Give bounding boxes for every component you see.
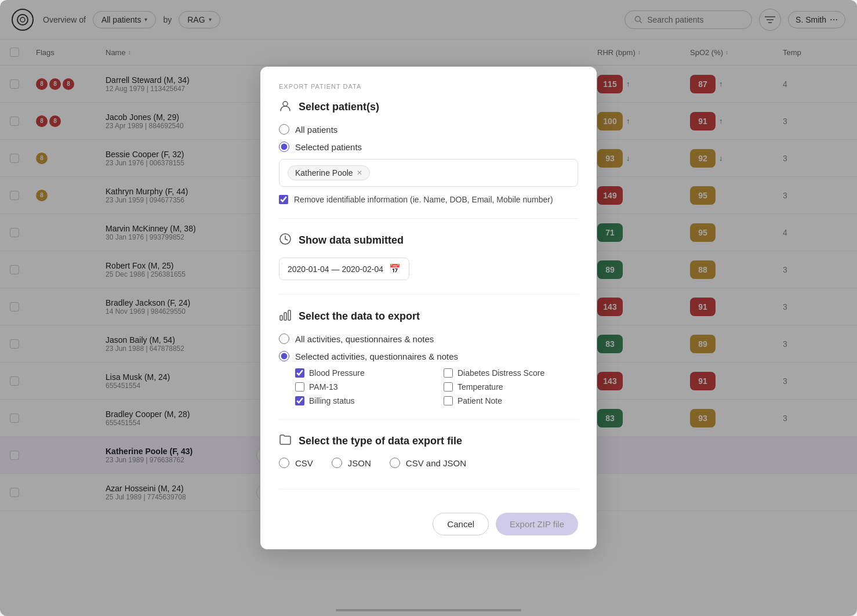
svg-line-10 xyxy=(285,239,288,240)
all-activities-radio[interactable] xyxy=(279,334,289,344)
date-range-row: 2020-01-04 — 2020-02-04 📅 xyxy=(279,258,578,280)
svg-rect-13 xyxy=(288,310,290,320)
patient-tag-name: Katherine Poole xyxy=(295,168,353,177)
chart-section-icon xyxy=(279,309,292,324)
diabetes-distress-label: Diabetes Distress Score xyxy=(457,368,544,378)
patient-note-checkbox[interactable] xyxy=(444,396,453,405)
blood-pressure-checkbox[interactable] xyxy=(295,368,304,378)
select-data-section: Select the data to export All activities… xyxy=(279,309,578,420)
remove-identifiable-checkbox[interactable] xyxy=(279,195,288,204)
json-radio[interactable] xyxy=(332,458,342,468)
blood-pressure-label: Blood Pressure xyxy=(309,368,365,378)
all-patients-radio[interactable] xyxy=(279,124,289,135)
selected-patients-radio[interactable] xyxy=(279,142,289,152)
cancel-button[interactable]: Cancel xyxy=(433,513,489,535)
select-data-header: Select the data to export xyxy=(279,309,578,324)
date-range-value: 2020-01-04 — 2020-02-04 xyxy=(288,264,383,274)
pam13-label: PAM-13 xyxy=(309,382,338,392)
csv-json-radio-row: CSV and JSON xyxy=(390,458,466,468)
json-label: JSON xyxy=(348,458,371,468)
all-activities-radio-row: All activities, questionnaires & notes xyxy=(279,334,578,344)
all-activities-radio-label: All activities, questionnaires & notes xyxy=(295,334,434,344)
temperature-checkbox[interactable] xyxy=(444,382,453,392)
billing-status-checkbox[interactable] xyxy=(295,396,304,405)
calendar-icon: 📅 xyxy=(389,263,401,274)
data-checkboxes-grid: Blood Pressure Diabetes Distress Score P… xyxy=(295,368,578,405)
select-patients-section: Select patient(s) All patients Selected … xyxy=(279,99,578,219)
json-radio-row: JSON xyxy=(332,458,371,468)
patient-note-label: Patient Note xyxy=(457,396,502,405)
folder-section-icon xyxy=(279,434,292,448)
csv-radio[interactable] xyxy=(279,458,289,468)
modal-header-label: EXPORT PATIENT DATA xyxy=(279,83,578,90)
all-patients-radio-row: All patients xyxy=(279,124,578,135)
pam13-checkbox[interactable] xyxy=(295,382,304,392)
svg-point-7 xyxy=(283,102,288,106)
selected-patients-box: Katherine Poole ✕ xyxy=(279,159,578,187)
file-type-section: Select the type of data export file CSV … xyxy=(279,434,578,490)
csv-json-label: CSV and JSON xyxy=(406,458,466,468)
csv-label: CSV xyxy=(295,458,313,468)
billing-status-label: Billing status xyxy=(309,396,355,405)
remove-patient-tag-button[interactable]: ✕ xyxy=(357,169,362,176)
selected-patients-radio-row: Selected patients xyxy=(279,142,578,152)
select-data-title: Select the data to export xyxy=(299,310,420,323)
temperature-row: Temperature xyxy=(444,382,578,392)
csv-json-radio[interactable] xyxy=(390,458,400,468)
svg-rect-11 xyxy=(280,316,282,320)
show-data-section: Show data submitted 2020-01-04 — 2020-02… xyxy=(279,233,578,295)
selected-activities-radio[interactable] xyxy=(279,351,289,361)
svg-rect-12 xyxy=(284,313,286,320)
billing-status-row: Billing status xyxy=(295,396,430,405)
diabetes-distress-row: Diabetes Distress Score xyxy=(444,368,578,378)
modal-overlay: EXPORT PATIENT DATA Select patient(s) Al… xyxy=(0,0,857,616)
modal-footer: Cancel Export ZIP file xyxy=(279,503,578,535)
remove-identifiable-row: Remove identifiable information (ie. Nam… xyxy=(279,195,578,204)
export-modal: EXPORT PATIENT DATA Select patient(s) Al… xyxy=(260,67,597,549)
export-zip-button[interactable]: Export ZIP file xyxy=(496,513,578,535)
selected-patients-radio-label: Selected patients xyxy=(295,142,362,152)
csv-radio-row: CSV xyxy=(279,458,313,468)
selected-activities-radio-label: Selected activities, questionnaires & no… xyxy=(295,352,458,361)
app-container: Overview of All patients ▾ by RAG ▾ S. S… xyxy=(0,0,857,616)
temperature-label: Temperature xyxy=(457,382,503,392)
show-data-header: Show data submitted xyxy=(279,233,578,248)
blood-pressure-row: Blood Pressure xyxy=(295,368,430,378)
diabetes-distress-checkbox[interactable] xyxy=(444,368,453,378)
all-patients-radio-label: All patients xyxy=(295,125,337,135)
clock-section-icon xyxy=(279,233,292,248)
file-type-header: Select the type of data export file xyxy=(279,434,578,448)
date-range-picker[interactable]: 2020-01-04 — 2020-02-04 📅 xyxy=(279,258,409,280)
select-patients-title: Select patient(s) xyxy=(299,101,379,113)
file-type-title: Select the type of data export file xyxy=(299,435,462,447)
selected-activities-radio-row: Selected activities, questionnaires & no… xyxy=(279,351,578,361)
remove-identifiable-label: Remove identifiable information (ie. Nam… xyxy=(294,195,553,204)
show-data-title: Show data submitted xyxy=(299,234,404,247)
select-patients-header: Select patient(s) xyxy=(279,99,578,115)
patient-note-row: Patient Note xyxy=(444,396,578,405)
pam13-row: PAM-13 xyxy=(295,382,430,392)
file-type-radios: CSV JSON CSV and JSON xyxy=(279,458,578,475)
patient-tag-katherine: Katherine Poole ✕ xyxy=(288,165,370,180)
patients-section-icon xyxy=(279,99,292,115)
